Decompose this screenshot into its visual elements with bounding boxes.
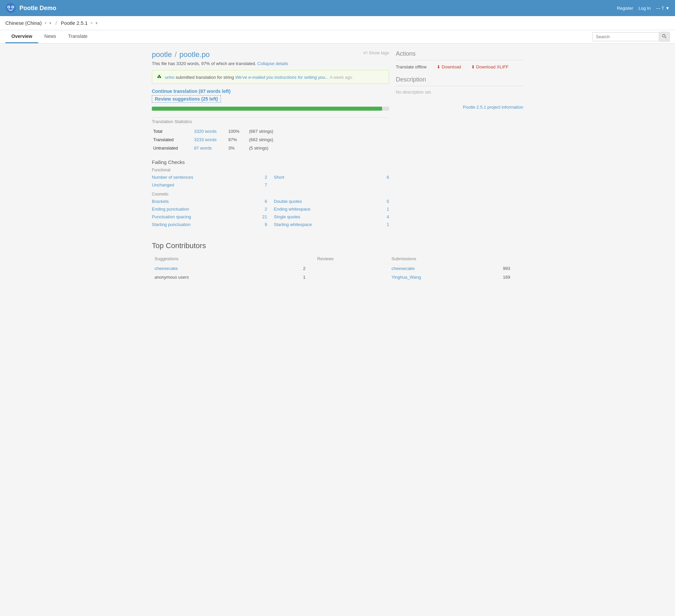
suggestion-count-0: 2 bbox=[300, 264, 314, 273]
tab-overview[interactable]: Overview bbox=[5, 30, 38, 43]
failing-checks-title: Failing Checks bbox=[152, 159, 389, 165]
project-info-link[interactable]: Pootle 2.5.1 project information bbox=[463, 105, 523, 110]
breadcrumb: Chinese (China) × ▾ / Pootle 2.5.1 × ▾ bbox=[0, 16, 675, 30]
svg-point-3 bbox=[8, 6, 9, 8]
check-link-brackets[interactable]: Brackets bbox=[152, 199, 258, 204]
stats-table: Total 3320 words 100% (667 strings) Tran… bbox=[152, 127, 389, 153]
review-suggestions-link[interactable]: Review suggestions (25 left) bbox=[152, 95, 221, 103]
checks-grid: Number of sentences 2 Short 6 Unchanged … bbox=[152, 174, 389, 188]
check-count-starting-punctuation: 9 bbox=[260, 222, 267, 227]
suggestion-count-1: 1 bbox=[300, 273, 314, 282]
check-count-punctuation-spacing: 21 bbox=[260, 214, 267, 219]
check-row-empty-right-1 bbox=[274, 181, 389, 188]
check-link-ending-whitespace[interactable]: Ending whitespace bbox=[274, 207, 380, 212]
main-content: 🏷 Show tags pootle / pootle.po This file… bbox=[146, 44, 529, 238]
tag-icon: 🏷 bbox=[363, 50, 368, 55]
check-link-number-of-sentences[interactable]: Number of sentences bbox=[152, 175, 258, 180]
check-link-unchanged[interactable]: Unchanged bbox=[152, 182, 258, 187]
check-link-starting-punctuation[interactable]: Starting punctuation bbox=[152, 222, 258, 227]
search-button[interactable] bbox=[659, 32, 670, 42]
project-close-icon[interactable]: × bbox=[90, 21, 93, 25]
file-header: 🏷 Show tags pootle / pootle.po bbox=[152, 50, 389, 59]
submission-count-0: 993 bbox=[500, 264, 523, 273]
tabs-bar: Overview News Translate bbox=[0, 30, 675, 44]
col-header-reviews: Reviews bbox=[314, 255, 389, 264]
stats-pct-translated: 97% bbox=[228, 136, 248, 144]
stats-words-translated[interactable]: 3233 words bbox=[193, 136, 227, 144]
progress-bar-fill bbox=[152, 107, 382, 111]
breadcrumb-separator: / bbox=[55, 20, 57, 26]
activity-user-link[interactable]: unho bbox=[165, 75, 175, 80]
submission-count-1: 169 bbox=[500, 273, 523, 282]
path-separator: / bbox=[175, 50, 177, 59]
login-link[interactable]: Log In bbox=[638, 6, 651, 11]
check-count-ending-whitespace: 1 bbox=[382, 207, 389, 212]
col-header-suggestions: Suggestions bbox=[152, 255, 300, 264]
language-dropdown-icon[interactable]: ▾ bbox=[49, 21, 51, 25]
header-nav: Register Log In — T ▼ bbox=[617, 6, 670, 11]
col-header-submissions-count bbox=[500, 255, 523, 264]
contributors-table: Suggestions Reviews Submissions cheeseca… bbox=[152, 255, 523, 281]
file-folder[interactable]: pootle bbox=[152, 50, 172, 59]
review-count-1 bbox=[314, 273, 389, 282]
shamrock-icon: ☘ bbox=[157, 74, 162, 80]
suggestion-user-0[interactable]: cheesecake bbox=[152, 264, 300, 273]
functional-label: Functional bbox=[152, 168, 389, 172]
activity-string-link[interactable]: We've e-mailed you instructions for sett… bbox=[235, 75, 329, 80]
tab-translate[interactable]: Translate bbox=[62, 30, 94, 43]
language-close-icon[interactable]: × bbox=[44, 21, 47, 25]
check-count-double-quotes: 5 bbox=[382, 199, 389, 204]
project-dropdown-icon[interactable]: ▾ bbox=[96, 21, 98, 25]
activity-box: ☘ unho submitted translation for string … bbox=[152, 70, 389, 84]
action-links: Continue translation (87 words left) Rev… bbox=[152, 89, 389, 104]
continue-translation-link[interactable]: Continue translation (87 words left) bbox=[152, 89, 389, 94]
check-link-double-quotes[interactable]: Double quotes bbox=[274, 199, 380, 204]
progress-bar-container bbox=[152, 107, 389, 111]
svg-point-5 bbox=[663, 35, 665, 37]
check-row-number-of-sentences: Number of sentences 2 bbox=[152, 174, 267, 181]
check-link-starting-whitespace[interactable]: Starting whitespace bbox=[274, 222, 380, 227]
stats-section-title: Translation Statistics bbox=[152, 117, 389, 124]
check-row-ending-punctuation: Ending punctuation 2 bbox=[152, 206, 267, 213]
no-description-text: No description set. bbox=[396, 90, 523, 95]
file-summary: This file has 3320 words, 97% of which a… bbox=[152, 61, 389, 66]
contributors-title: Top Contributors bbox=[152, 241, 523, 250]
submission-user-1[interactable]: Yinghua_Wang bbox=[389, 273, 500, 282]
tab-news[interactable]: News bbox=[38, 30, 62, 43]
download-arrow-icon: ⬇ bbox=[437, 64, 440, 69]
activity-time: A week ago bbox=[330, 75, 352, 80]
collapse-details-link[interactable]: Collapse details bbox=[257, 61, 288, 66]
check-link-short[interactable]: Short bbox=[274, 175, 380, 180]
stats-row-translated: Translated 3233 words 97% (662 strings) bbox=[152, 136, 388, 144]
show-tags-link[interactable]: 🏷 Show tags bbox=[363, 50, 389, 55]
download-xliff-link[interactable]: ⬇ Download XLIFF bbox=[471, 64, 509, 69]
download-xliff-arrow-icon: ⬇ bbox=[471, 64, 475, 69]
stats-words-untranslated[interactable]: 87 words bbox=[193, 144, 227, 152]
pootle-logo-icon bbox=[5, 3, 16, 13]
stats-row-total: Total 3320 words 100% (667 strings) bbox=[152, 127, 388, 135]
contributor-row-1: anonymous users 1 Yinghua_Wang 169 bbox=[152, 273, 523, 282]
check-row-ending-whitespace: Ending whitespace 1 bbox=[274, 206, 389, 213]
check-count-starting-whitespace: 1 bbox=[382, 222, 389, 227]
check-link-ending-punctuation[interactable]: Ending punctuation bbox=[152, 207, 258, 212]
check-link-punctuation-spacing[interactable]: Punctuation spacing bbox=[152, 214, 258, 219]
actions-title: Actions bbox=[396, 50, 523, 60]
download-link[interactable]: ⬇ Download bbox=[437, 64, 461, 69]
stats-label-untranslated: Untranslated bbox=[152, 144, 193, 152]
cosmetic-label: Cosmetic bbox=[152, 192, 389, 197]
check-row-short: Short 6 bbox=[274, 174, 389, 181]
search-input[interactable] bbox=[592, 32, 659, 41]
stats-strings-translated: (662 strings) bbox=[248, 136, 388, 144]
col-header-submissions: Submissions bbox=[389, 255, 500, 264]
right-panel: Actions Translate offline ⬇ Download ⬇ D… bbox=[396, 50, 523, 231]
file-name[interactable]: pootle.po bbox=[179, 50, 210, 59]
check-row-punctuation-spacing: Punctuation spacing 21 bbox=[152, 213, 267, 220]
check-row-unchanged: Unchanged 7 bbox=[152, 181, 267, 188]
check-count-brackets: 6 bbox=[260, 199, 267, 204]
submission-user-0[interactable]: cheesecake bbox=[389, 264, 500, 273]
stats-words-total[interactable]: 3320 words bbox=[193, 127, 227, 135]
register-link[interactable]: Register bbox=[617, 6, 633, 11]
header-left: Pootle Demo bbox=[5, 3, 56, 13]
check-link-single-quotes[interactable]: Single quotes bbox=[274, 214, 380, 219]
search-icon bbox=[662, 34, 667, 39]
